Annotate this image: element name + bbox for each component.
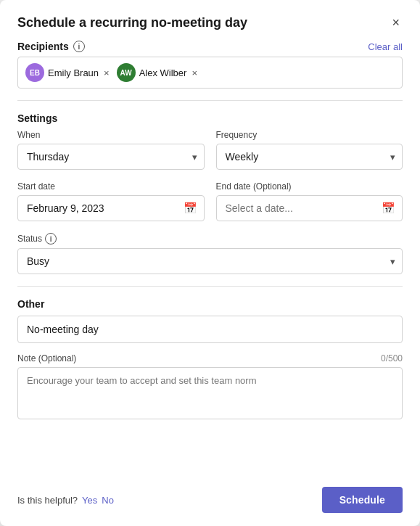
status-label: Status i — [17, 233, 403, 244]
when-group: When Thursday Monday Tuesday Wednesday F… — [17, 130, 205, 170]
end-date-group: End date (Optional) 📅 — [216, 181, 403, 221]
no-button[interactable]: No — [102, 495, 114, 506]
chip-name-alex-wilber: Alex Wilber — [139, 67, 187, 78]
dialog-body: Recipients i Clear all EB Emily Braun × … — [0, 41, 420, 477]
note-header: Note (Optional) 0/500 — [17, 353, 403, 363]
frequency-select[interactable]: Weekly Daily Biweekly Monthly — [216, 144, 403, 170]
dialog-title: Schedule a recurring no-meeting day — [17, 15, 247, 30]
end-date-wrap: 📅 — [216, 195, 403, 221]
recipients-header-row: Recipients i Clear all — [17, 41, 403, 52]
dialog-header: Schedule a recurring no-meeting day × — [0, 0, 420, 41]
note-count: 0/500 — [381, 353, 403, 363]
when-select[interactable]: Thursday Monday Tuesday Wednesday Friday — [17, 144, 205, 170]
recipients-info-icon: i — [73, 41, 85, 52]
helpful-row: Is this helpful? Yes No — [17, 495, 114, 506]
frequency-group: Frequency Weekly Daily Biweekly Monthly … — [216, 130, 403, 170]
schedule-button[interactable]: Schedule — [322, 487, 403, 513]
chip-name-emily-braun: Emily Braun — [48, 67, 99, 78]
remove-emily-braun-button[interactable]: × — [102, 68, 111, 78]
status-info-icon: i — [45, 233, 57, 244]
end-date-label: End date (Optional) — [216, 181, 403, 192]
other-section: Other Note (Optional) 0/500 — [17, 298, 403, 422]
recipient-chip-alex-wilber: AW Alex Wilber × — [117, 63, 199, 82]
end-date-input[interactable] — [216, 195, 403, 221]
start-date-input[interactable] — [17, 195, 205, 221]
recipients-box: EB Emily Braun × AW Alex Wilber × — [17, 57, 403, 89]
avatar-emily-braun: EB — [25, 63, 44, 82]
when-frequency-row: When Thursday Monday Tuesday Wednesday F… — [17, 130, 403, 170]
recipient-chip-emily-braun: EB Emily Braun × — [25, 63, 111, 82]
frequency-select-wrap: Weekly Daily Biweekly Monthly ▾ — [216, 144, 403, 170]
note-label: Note (Optional) — [17, 353, 76, 363]
dates-row: Start date 📅 End date (Optional) 📅 — [17, 181, 403, 221]
remove-alex-wilber-button[interactable]: × — [190, 68, 199, 78]
note-textarea[interactable] — [17, 367, 403, 419]
settings-section-label: Settings — [17, 112, 403, 124]
avatar-alex-wilber: AW — [117, 63, 136, 82]
start-date-group: Start date 📅 — [17, 181, 205, 221]
event-name-input[interactable] — [17, 316, 403, 343]
recipients-label-wrap: Recipients i — [17, 41, 85, 52]
status-select-wrap: Busy Free Out of Office Tentative ▾ — [17, 248, 403, 274]
other-divider — [17, 286, 403, 287]
when-select-wrap: Thursday Monday Tuesday Wednesday Friday… — [17, 144, 205, 170]
when-label: When — [17, 130, 205, 140]
status-select[interactable]: Busy Free Out of Office Tentative — [17, 248, 403, 274]
start-date-wrap: 📅 — [17, 195, 205, 221]
start-date-label: Start date — [17, 181, 205, 192]
helpful-label: Is this helpful? — [17, 495, 78, 506]
close-button[interactable]: × — [389, 15, 403, 30]
settings-divider — [17, 100, 403, 101]
frequency-label: Frequency — [216, 130, 403, 140]
clear-all-button[interactable]: Clear all — [368, 41, 403, 52]
schedule-dialog: Schedule a recurring no-meeting day × Re… — [0, 0, 420, 526]
yes-button[interactable]: Yes — [82, 495, 97, 506]
recipients-label: Recipients — [17, 41, 69, 52]
status-group: Status i Busy Free Out of Office Tentati… — [17, 233, 403, 274]
other-section-label: Other — [17, 298, 403, 310]
dialog-footer: Is this helpful? Yes No Schedule — [0, 477, 420, 526]
